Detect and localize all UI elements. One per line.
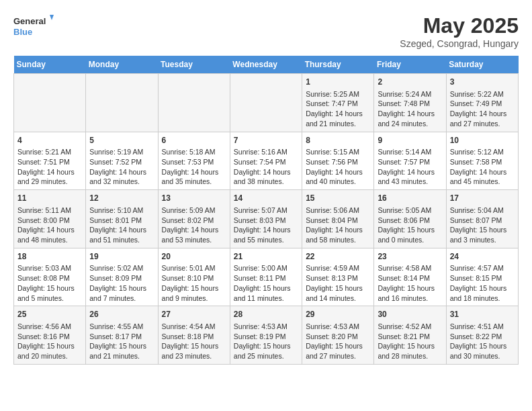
logo-svg: General Blue [13, 13, 54, 39]
day-detail: Sunrise: 5:05 AMSunset: 8:06 PMDaylight:… [378, 205, 442, 245]
day-detail: Sunrise: 4:53 AMSunset: 8:19 PMDaylight:… [234, 322, 298, 361]
day-cell [230, 74, 302, 132]
day-cell: 5Sunrise: 5:19 AMSunset: 7:52 PMDaylight… [86, 132, 158, 190]
day-cell: 21Sunrise: 5:00 AMSunset: 8:11 PMDayligh… [230, 248, 302, 306]
day-cell: 6Sunrise: 5:18 AMSunset: 7:53 PMDaylight… [158, 132, 230, 190]
day-number: 3 [450, 77, 515, 88]
day-detail: Sunrise: 4:55 AMSunset: 8:17 PMDaylight:… [89, 322, 154, 361]
day-number: 22 [306, 251, 370, 263]
day-detail: Sunrise: 5:18 AMSunset: 7:53 PMDaylight:… [162, 147, 226, 187]
day-detail: Sunrise: 5:22 AMSunset: 7:49 PMDaylight:… [450, 89, 515, 129]
day-cell: 10Sunrise: 5:12 AMSunset: 7:58 PMDayligh… [446, 132, 518, 190]
day-cell: 17Sunrise: 5:04 AMSunset: 8:07 PMDayligh… [446, 190, 518, 248]
day-cell: 4Sunrise: 5:21 AMSunset: 7:51 PMDaylight… [14, 132, 86, 190]
day-cell: 2Sunrise: 5:24 AMSunset: 7:48 PMDaylight… [374, 74, 446, 132]
svg-text:General: General [13, 16, 46, 26]
week-row-2: 4Sunrise: 5:21 AMSunset: 7:51 PMDaylight… [14, 132, 519, 190]
day-number: 11 [17, 193, 82, 204]
day-detail: Sunrise: 5:06 AMSunset: 8:04 PMDaylight:… [306, 205, 370, 245]
day-number: 18 [17, 251, 82, 263]
day-detail: Sunrise: 4:52 AMSunset: 8:21 PMDaylight:… [378, 322, 442, 361]
day-detail: Sunrise: 5:24 AMSunset: 7:48 PMDaylight:… [378, 89, 442, 129]
day-cell: 24Sunrise: 4:57 AMSunset: 8:15 PMDayligh… [446, 248, 518, 306]
day-number: 7 [234, 135, 298, 146]
month-title: May 2025 [400, 13, 519, 38]
day-detail: Sunrise: 5:04 AMSunset: 8:07 PMDaylight:… [450, 205, 515, 245]
day-number: 24 [450, 251, 515, 263]
col-header-sunday: Sunday [14, 56, 86, 74]
day-cell: 18Sunrise: 5:03 AMSunset: 8:08 PMDayligh… [14, 248, 86, 306]
day-number: 30 [378, 309, 442, 320]
day-detail: Sunrise: 5:25 AMSunset: 7:47 PMDaylight:… [306, 89, 370, 129]
day-number: 21 [234, 251, 298, 263]
day-cell: 31Sunrise: 4:51 AMSunset: 8:22 PMDayligh… [446, 306, 518, 365]
header-row: SundayMondayTuesdayWednesdayThursdayFrid… [14, 56, 519, 74]
day-cell: 26Sunrise: 4:55 AMSunset: 8:17 PMDayligh… [86, 306, 158, 365]
day-cell: 19Sunrise: 5:02 AMSunset: 8:09 PMDayligh… [86, 248, 158, 306]
day-number: 13 [162, 193, 226, 204]
day-cell: 16Sunrise: 5:05 AMSunset: 8:06 PMDayligh… [374, 190, 446, 248]
day-detail: Sunrise: 4:57 AMSunset: 8:15 PMDaylight:… [450, 263, 515, 303]
col-header-wednesday: Wednesday [230, 56, 302, 74]
day-cell: 7Sunrise: 5:16 AMSunset: 7:54 PMDaylight… [230, 132, 302, 190]
day-number: 20 [162, 251, 226, 263]
day-detail: Sunrise: 4:51 AMSunset: 8:22 PMDaylight:… [450, 322, 515, 361]
day-number: 15 [306, 193, 370, 204]
day-number: 1 [306, 77, 370, 88]
week-row-1: 1Sunrise: 5:25 AMSunset: 7:47 PMDaylight… [14, 74, 519, 132]
day-detail: Sunrise: 5:00 AMSunset: 8:11 PMDaylight:… [234, 263, 298, 303]
day-cell [14, 74, 86, 132]
day-detail: Sunrise: 5:09 AMSunset: 8:02 PMDaylight:… [162, 205, 226, 245]
day-cell: 9Sunrise: 5:14 AMSunset: 7:57 PMDaylight… [374, 132, 446, 190]
day-number: 10 [450, 135, 515, 146]
day-detail: Sunrise: 4:54 AMSunset: 8:18 PMDaylight:… [162, 322, 226, 361]
day-cell: 15Sunrise: 5:06 AMSunset: 8:04 PMDayligh… [302, 190, 374, 248]
col-header-tuesday: Tuesday [158, 56, 230, 74]
day-cell: 30Sunrise: 4:52 AMSunset: 8:21 PMDayligh… [374, 306, 446, 365]
day-cell: 20Sunrise: 5:01 AMSunset: 8:10 PMDayligh… [158, 248, 230, 306]
logo: General Blue [13, 13, 54, 39]
day-detail: Sunrise: 4:59 AMSunset: 8:13 PMDaylight:… [306, 263, 370, 303]
day-detail: Sunrise: 5:15 AMSunset: 7:56 PMDaylight:… [306, 147, 370, 187]
day-number: 31 [450, 309, 515, 320]
day-detail: Sunrise: 4:58 AMSunset: 8:14 PMDaylight:… [378, 263, 442, 303]
day-number: 12 [89, 193, 154, 204]
week-row-3: 11Sunrise: 5:11 AMSunset: 8:00 PMDayligh… [14, 190, 519, 248]
day-cell: 28Sunrise: 4:53 AMSunset: 8:19 PMDayligh… [230, 306, 302, 365]
day-number: 17 [450, 193, 515, 204]
day-detail: Sunrise: 4:56 AMSunset: 8:16 PMDaylight:… [17, 322, 82, 361]
day-cell: 22Sunrise: 4:59 AMSunset: 8:13 PMDayligh… [302, 248, 374, 306]
day-number: 6 [162, 135, 226, 146]
day-detail: Sunrise: 5:19 AMSunset: 7:52 PMDaylight:… [89, 147, 154, 187]
day-number: 28 [234, 309, 298, 320]
day-number: 29 [306, 309, 370, 320]
day-number: 9 [378, 135, 442, 146]
day-cell: 29Sunrise: 4:53 AMSunset: 8:20 PMDayligh… [302, 306, 374, 365]
day-cell: 3Sunrise: 5:22 AMSunset: 7:49 PMDaylight… [446, 74, 518, 132]
day-detail: Sunrise: 5:03 AMSunset: 8:08 PMDaylight:… [17, 263, 82, 303]
week-row-4: 18Sunrise: 5:03 AMSunset: 8:08 PMDayligh… [14, 248, 519, 306]
day-detail: Sunrise: 4:53 AMSunset: 8:20 PMDaylight:… [306, 322, 370, 361]
day-cell: 23Sunrise: 4:58 AMSunset: 8:14 PMDayligh… [374, 248, 446, 306]
day-cell: 14Sunrise: 5:07 AMSunset: 8:03 PMDayligh… [230, 190, 302, 248]
day-detail: Sunrise: 5:11 AMSunset: 8:00 PMDaylight:… [17, 205, 82, 245]
day-detail: Sunrise: 5:02 AMSunset: 8:09 PMDaylight:… [89, 263, 154, 303]
day-cell [158, 74, 230, 132]
day-cell: 25Sunrise: 4:56 AMSunset: 8:16 PMDayligh… [14, 306, 86, 365]
day-cell: 27Sunrise: 4:54 AMSunset: 8:18 PMDayligh… [158, 306, 230, 365]
day-detail: Sunrise: 5:10 AMSunset: 8:01 PMDaylight:… [89, 205, 154, 245]
day-cell: 1Sunrise: 5:25 AMSunset: 7:47 PMDaylight… [302, 74, 374, 132]
week-row-5: 25Sunrise: 4:56 AMSunset: 8:16 PMDayligh… [14, 306, 519, 365]
day-cell: 8Sunrise: 5:15 AMSunset: 7:56 PMDaylight… [302, 132, 374, 190]
svg-text:Blue: Blue [13, 27, 32, 37]
day-number: 8 [306, 135, 370, 146]
day-detail: Sunrise: 5:07 AMSunset: 8:03 PMDaylight:… [234, 205, 298, 245]
day-number: 2 [378, 77, 442, 88]
calendar-table: SundayMondayTuesdayWednesdayThursdayFrid… [13, 56, 519, 365]
day-detail: Sunrise: 5:21 AMSunset: 7:51 PMDaylight:… [17, 147, 82, 187]
svg-marker-2 [50, 15, 54, 20]
day-number: 25 [17, 309, 82, 320]
day-number: 26 [89, 309, 154, 320]
day-number: 5 [89, 135, 154, 146]
location: Szeged, Csongrad, Hungary [400, 38, 519, 49]
